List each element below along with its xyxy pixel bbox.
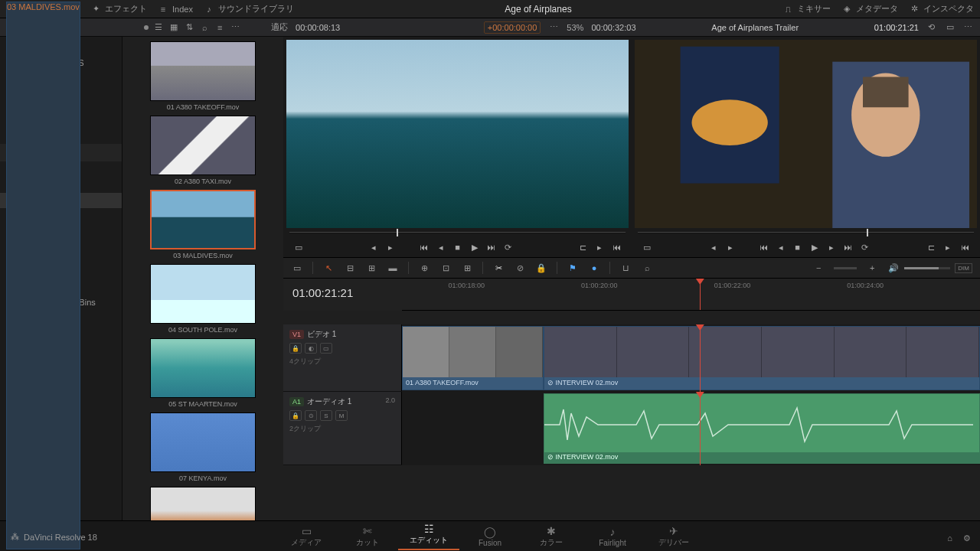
razor-icon[interactable]: ✂ [492, 262, 505, 274]
first-frame-icon[interactable]: ⏮ [416, 240, 432, 255]
zoom-slider[interactable] [834, 267, 857, 269]
snap-icon[interactable]: ⊔ [619, 262, 632, 274]
auto-btn[interactable]: ◐ [305, 343, 317, 354]
tl-opt2-icon[interactable]: ▭ [945, 22, 956, 33]
play-icon[interactable]: ▶ [467, 240, 482, 255]
tl-more-icon[interactable]: ⋯ [963, 22, 974, 33]
dynamic-trim-icon[interactable]: ⊞ [365, 262, 377, 274]
list-view-icon[interactable]: ☰ [153, 22, 164, 33]
arm-btn[interactable]: ⊙ [305, 410, 317, 421]
in-icon[interactable]: ⊏ [923, 240, 939, 255]
zoom-icon[interactable]: ⌕ [641, 262, 653, 274]
thumb-item[interactable]: 05 ST MAARTEN.mov [150, 338, 256, 408]
page-fusion[interactable]: ◯Fusion [459, 526, 521, 547]
last-frame-icon[interactable]: ⏭ [841, 240, 856, 255]
step-fwd-icon[interactable]: ⏭ [484, 240, 499, 255]
zoom-pct[interactable]: 53% [567, 23, 583, 32]
zoom-in-icon[interactable]: + [866, 262, 878, 274]
mute-btn[interactable]: M [335, 410, 348, 421]
timeline-ruler[interactable]: 01:00:18:00 01:00:20:00 01:00:22:00 01:0… [402, 279, 980, 311]
page-fairlight[interactable]: ♪Fairlight [582, 526, 643, 547]
thumb-item[interactable]: 07 KENYA.mov [150, 412, 256, 482]
search-icon[interactable]: ⌕ [199, 22, 210, 33]
play-icon[interactable]: ▶ [807, 240, 822, 255]
volume-slider[interactable] [904, 267, 950, 269]
link-icon[interactable]: ⊘ [514, 262, 526, 274]
match-frame-icon[interactable]: ▭ [291, 240, 306, 255]
more2-icon[interactable]: ⋯ [548, 22, 559, 33]
out2-icon[interactable]: ⏮ [957, 240, 972, 255]
disable-btn[interactable]: ▭ [320, 343, 332, 354]
lock-btn[interactable]: 🔒 [289, 410, 302, 421]
trim-tool-icon[interactable]: ⊟ [344, 262, 356, 274]
match-frame-icon[interactable]: ▭ [639, 240, 655, 255]
source-clip-name[interactable]: 03 MALDIVES.mov [6, 2, 80, 549]
page-color[interactable]: ✱カラー [521, 525, 582, 548]
effects-btn[interactable]: ✦エフェクト [90, 3, 147, 15]
step-back-icon[interactable]: ◂ [773, 240, 789, 255]
insert-icon[interactable]: ⊕ [418, 262, 430, 274]
marker-icon[interactable]: ● [588, 262, 600, 274]
thumb-item[interactable]: 04 SOUTH POLE.mov [150, 264, 256, 334]
dim-button[interactable]: DIM [955, 263, 972, 273]
thumb-item[interactable]: 03 MALDIVES.mov [150, 190, 256, 259]
program-scrub[interactable] [635, 228, 977, 237]
thumb-item[interactable]: 02 A380 TAXI.mov [150, 116, 256, 185]
lock-icon[interactable]: 🔒 [535, 262, 547, 274]
tl-view-icon[interactable]: ▭ [291, 262, 303, 274]
tl-opt1-icon[interactable]: ⟲ [926, 22, 937, 33]
step-back-icon[interactable]: ◂ [433, 240, 449, 255]
mixer-btn[interactable]: ⎍ミキサー [782, 3, 831, 15]
a1-body[interactable]: ⊘ INTERVIEW 02.mov [402, 392, 980, 465]
home-icon[interactable]: ⌂ [947, 533, 952, 543]
sort-icon[interactable]: ⇅ [184, 22, 194, 33]
audio-clip[interactable]: ⊘ INTERVIEW 02.mov [544, 393, 980, 464]
a1-head[interactable]: A1オーディオ 12.0 🔒⊙SM 2クリップ [283, 392, 402, 465]
timeline-name[interactable]: Age of Airplanes Trailer [711, 23, 799, 32]
program-screen[interactable] [635, 40, 977, 228]
overwrite-icon[interactable]: ⊡ [439, 262, 452, 274]
loop-icon[interactable]: ⟳ [501, 240, 516, 255]
offset-tc[interactable]: +00:00:00:00 [484, 21, 541, 34]
next-edit-icon[interactable]: ▸ [723, 240, 738, 255]
source-scrub[interactable] [286, 228, 629, 237]
out-icon[interactable]: ▸ [940, 240, 956, 255]
first-frame-icon[interactable]: ⏮ [756, 240, 772, 255]
page-deliver[interactable]: ✈デリバー [643, 525, 704, 548]
metadata-btn[interactable]: ◈メタデータ [841, 3, 898, 15]
video-clip[interactable]: 01 A380 TAKEOFF.mov [402, 326, 544, 390]
filter-icon[interactable]: ≡ [214, 22, 225, 33]
step-fwd-icon[interactable]: ▸ [824, 240, 839, 255]
out2-icon[interactable]: ⏮ [609, 240, 624, 255]
grid-view-icon[interactable]: ▦ [168, 22, 179, 33]
thumb-item[interactable]: 01 A380 TAKEOFF.mov [150, 41, 256, 111]
page-cut[interactable]: ✄カット [337, 525, 398, 548]
video-clip[interactable]: ⊘ INTERVIEW 02.mov [544, 326, 980, 390]
prev-edit-icon[interactable]: ◂ [366, 240, 381, 255]
index-btn[interactable]: ≡Index [158, 4, 193, 15]
source-screen[interactable] [286, 40, 629, 228]
more-icon[interactable]: ⋯ [230, 22, 240, 33]
v1-head[interactable]: V1ビデオ 1 🔒◐▭ 4クリップ [283, 324, 402, 391]
loop-icon[interactable]: ⟳ [858, 240, 873, 255]
solo-btn[interactable]: S [320, 410, 332, 421]
fit-label[interactable]: 適応 [271, 21, 288, 33]
v1-body[interactable]: 01 A380 TAKEOFF.mov ⊘ INTERVIEW 02.mov [402, 324, 980, 392]
volume-icon[interactable]: 🔊 [887, 262, 900, 274]
page-edit[interactable]: ☷エディット [398, 523, 459, 550]
flag-icon[interactable]: ⚑ [567, 262, 579, 274]
next-edit-icon[interactable]: ▸ [383, 240, 398, 255]
in-icon[interactable]: ⊏ [575, 240, 590, 255]
stop-icon[interactable]: ■ [450, 240, 466, 255]
lock-btn[interactable]: 🔒 [289, 343, 302, 354]
replace-icon[interactable]: ⊞ [461, 262, 473, 274]
page-media[interactable]: ▭メディア [276, 525, 337, 548]
settings-icon[interactable]: ⚙ [963, 533, 971, 543]
stop-icon[interactable]: ■ [790, 240, 805, 255]
sound-btn[interactable]: ♪サウンドライブラリ [204, 3, 294, 15]
out-icon[interactable]: ▸ [592, 240, 607, 255]
zoom-out-icon[interactable]: − [812, 262, 825, 274]
inspector-btn[interactable]: ✲インスペクタ [909, 3, 974, 15]
playhead[interactable] [700, 279, 701, 310]
blade-tool-icon[interactable]: ▬ [387, 262, 399, 274]
